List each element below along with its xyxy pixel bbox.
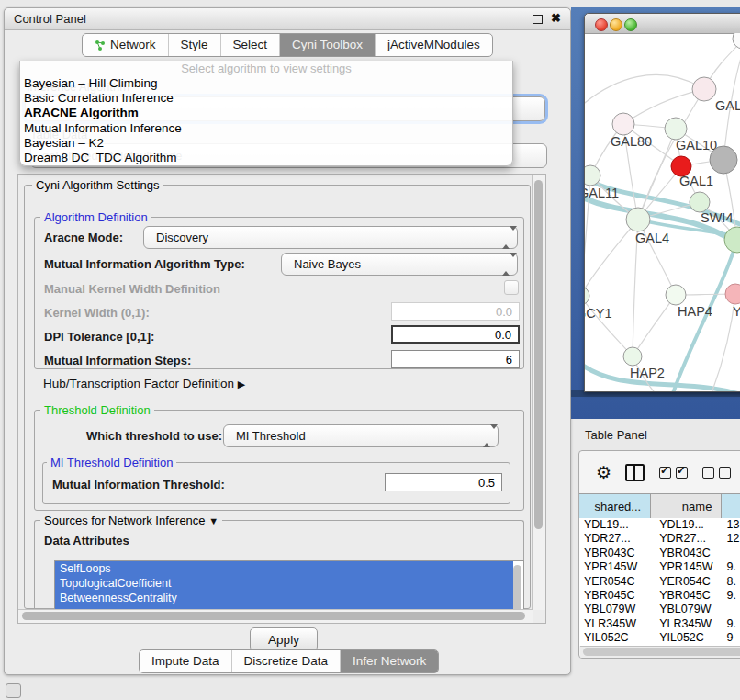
combo-arrows-icon bbox=[483, 429, 491, 443]
columns-icon[interactable] bbox=[625, 464, 645, 481]
network-node-hap2[interactable] bbox=[623, 347, 642, 366]
table-row[interactable]: YBR043CYBR043C bbox=[579, 547, 740, 560]
network-node-swi4[interactable] bbox=[690, 192, 710, 212]
tab-select[interactable]: Select bbox=[221, 34, 281, 56]
mi-type-value: Naive Bayes bbox=[294, 257, 361, 271]
table-column-header[interactable]: A bbox=[722, 494, 740, 518]
network-node-gal80[interactable] bbox=[612, 113, 634, 135]
algorithm-option[interactable]: Bayesian – Hill Climbing bbox=[20, 76, 512, 91]
table-cell: YDR27... bbox=[579, 532, 651, 546]
network-node-gcy1[interactable] bbox=[585, 287, 589, 305]
network-node-label: GAL11 bbox=[585, 186, 619, 200]
table-cell: YBR045C bbox=[651, 589, 722, 603]
network-node-label: Y bbox=[733, 304, 740, 319]
table-row[interactable]: YDL19...YDL19...13 bbox=[579, 518, 740, 532]
network-edge[interactable] bbox=[633, 295, 676, 356]
table-row[interactable]: YDR27...YDR27...12 bbox=[579, 532, 740, 546]
zoom-traffic-light[interactable] bbox=[624, 18, 637, 31]
table-cell: YDL19... bbox=[651, 518, 722, 532]
network-node[interactable] bbox=[724, 227, 740, 253]
table-cell: 13 bbox=[722, 518, 740, 532]
table-row[interactable]: YLR345WYLR345W9. bbox=[579, 617, 740, 631]
close-traffic-light[interactable] bbox=[595, 18, 608, 31]
network-edge[interactable] bbox=[585, 296, 633, 356]
unchecked-boxes-icon[interactable] bbox=[702, 467, 731, 479]
mi-threshold-label: Mutual Information Threshold: bbox=[52, 478, 225, 491]
network-canvas[interactable]: GALGAL80GAL10GAL1GAL11SWI4GAL4GCY1HAP4YH… bbox=[585, 33, 740, 391]
mi-steps-label: Mutual Information Steps: bbox=[44, 354, 191, 367]
manual-kernel-checkbox[interactable] bbox=[504, 280, 519, 295]
close-icon[interactable]: ✖ bbox=[551, 11, 561, 25]
network-edge[interactable] bbox=[585, 220, 638, 296]
network-node-gal[interactable] bbox=[692, 77, 716, 101]
network-node[interactable] bbox=[733, 33, 740, 49]
data-attribute-item[interactable]: TopologicalCoefficient bbox=[55, 576, 513, 591]
table-row[interactable]: YIL052CYIL052C9 bbox=[579, 631, 740, 645]
table-cell: YBL079W bbox=[579, 603, 651, 616]
minimize-traffic-light[interactable] bbox=[610, 18, 622, 31]
tab-style[interactable]: Style bbox=[169, 34, 221, 56]
table-header-row: shared...nameA bbox=[579, 493, 740, 519]
network-node-hap4[interactable] bbox=[666, 285, 686, 305]
apply-button[interactable]: Apply bbox=[250, 627, 318, 651]
aracne-mode-label: Aracne Mode: bbox=[44, 231, 123, 244]
collapsed-panel-icon[interactable] bbox=[6, 683, 21, 698]
combo-arrows-icon bbox=[502, 231, 510, 244]
tab-label: Network bbox=[110, 34, 156, 56]
network-node[interactable] bbox=[710, 146, 737, 174]
sources-legend[interactable]: Sources for Network Inference ▼ bbox=[40, 514, 222, 527]
network-node-label: GAL10 bbox=[676, 138, 717, 152]
hub-definition-expander[interactable]: Hub/Transcription Factor Definition ▶ bbox=[43, 377, 245, 390]
network-node-gal10[interactable] bbox=[665, 118, 687, 140]
table-row[interactable]: YBL079WYBL079W bbox=[579, 603, 740, 616]
table-cell: YPR145W bbox=[579, 560, 651, 574]
which-threshold-combo[interactable]: MI Threshold bbox=[223, 424, 499, 447]
network-edge[interactable] bbox=[623, 89, 704, 124]
data-attribute-item[interactable]: SelfLoops bbox=[55, 561, 513, 576]
kernel-width-field[interactable]: 0.0 bbox=[391, 302, 520, 321]
table-cell: YER054C bbox=[651, 575, 722, 589]
tab-jactivemnodules[interactable]: jActiveMNodules bbox=[376, 34, 492, 56]
algorithm-option[interactable]: Mutual Information Inference bbox=[20, 121, 512, 136]
aracne-mode-value: Discovery bbox=[156, 231, 208, 244]
float-window-icon[interactable] bbox=[533, 15, 543, 24]
table-column-header[interactable]: shared... bbox=[579, 494, 651, 518]
bottom-tab-discretize-data[interactable]: Discretize Data bbox=[232, 650, 342, 672]
network-node-label: GAL1 bbox=[679, 174, 713, 188]
algorithm-option[interactable]: Dream8 DC_TDC Algorithm bbox=[20, 151, 512, 165]
data-attribute-item[interactable]: BetweennessCentrality bbox=[55, 591, 513, 605]
settings-vertical-scrollbar[interactable] bbox=[532, 175, 545, 610]
checked-boxes-icon[interactable] bbox=[659, 467, 688, 479]
network-node-y[interactable] bbox=[725, 284, 740, 304]
table-horizontal-scrollbar[interactable] bbox=[580, 646, 740, 658]
bottom-tab-impute-data[interactable]: Impute Data bbox=[140, 650, 232, 672]
table-row[interactable]: YPR145WYPR145W9. bbox=[579, 560, 740, 574]
table-row[interactable]: YBR045CYBR045C9. bbox=[579, 589, 740, 603]
threshold-definition-legend: Threshold Definition bbox=[40, 403, 154, 417]
gear-icon[interactable]: ⚙ bbox=[596, 462, 611, 483]
network-node-gal11[interactable] bbox=[585, 165, 600, 186]
aracne-mode-combo[interactable]: Discovery bbox=[143, 226, 518, 249]
algorithm-option[interactable]: Bayesian – K2 bbox=[20, 136, 512, 151]
network-window-titlebar[interactable] bbox=[585, 14, 740, 34]
network-node-gal4[interactable] bbox=[626, 208, 650, 231]
tab-network[interactable]: Network bbox=[83, 34, 169, 56]
table-cell: YIL052C bbox=[579, 631, 651, 645]
mi-steps-field[interactable]: 6 bbox=[391, 350, 520, 368]
dpi-tolerance-field[interactable]: 0.0 bbox=[391, 325, 520, 344]
network-node-label: GAL80 bbox=[611, 134, 652, 149]
panel-title: Control Panel bbox=[14, 12, 86, 26]
mi-threshold-field[interactable]: 0.5 bbox=[385, 473, 502, 491]
bottom-tab-infer-network[interactable]: Infer Network bbox=[341, 650, 438, 672]
mi-type-combo[interactable]: Naive Bayes bbox=[281, 253, 518, 276]
table-column-header[interactable]: name bbox=[651, 494, 722, 518]
tab-cyni-toolbox[interactable]: Cyni Toolbox bbox=[280, 34, 376, 56]
attribute-list-scrollbar[interactable] bbox=[513, 565, 521, 615]
algorithm-option[interactable]: ARACNE Algorithm bbox=[20, 106, 512, 120]
algorithm-option[interactable]: Basic Correlation Inference bbox=[20, 91, 512, 106]
threshold-definition-group: Threshold Definition Which threshold to … bbox=[34, 410, 524, 511]
network-edge[interactable] bbox=[585, 74, 704, 107]
table-row[interactable]: YER054CYER054C8. bbox=[579, 575, 740, 589]
settings-horizontal-scrollbar[interactable] bbox=[18, 609, 533, 623]
table-cell bbox=[722, 547, 740, 560]
